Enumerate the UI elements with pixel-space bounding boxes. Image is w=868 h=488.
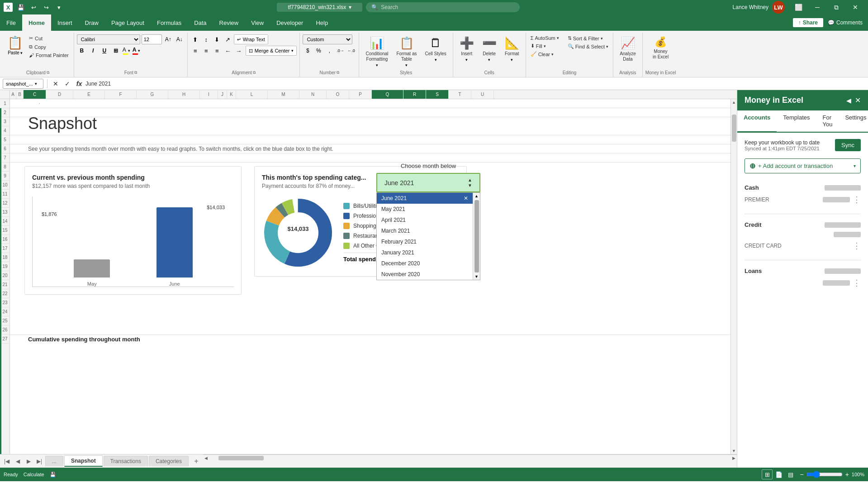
month-option-dec-2020[interactable]: December 2020 xyxy=(377,258,473,269)
dropdown-scroll-down[interactable]: ▼ xyxy=(474,273,479,280)
comments-button[interactable]: 💬 Comments xyxy=(828,19,863,26)
credit-card-more-button[interactable]: ⋮ xyxy=(853,241,861,251)
col-header-j[interactable]: J xyxy=(218,90,227,99)
sheet-tab-transactions[interactable]: Transactions xyxy=(104,456,148,466)
month-option-jan-2021[interactable]: January 2021 xyxy=(377,247,473,258)
zoom-in-button[interactable]: + xyxy=(845,471,849,478)
col-header-l[interactable]: L xyxy=(236,90,268,99)
borders-button[interactable]: ⊞ xyxy=(111,46,121,56)
bottom-align-button[interactable]: ⬇ xyxy=(212,34,222,44)
font-expand-icon[interactable]: ⧉ xyxy=(134,70,137,75)
page-break-view-button[interactable]: ▤ xyxy=(785,469,796,479)
search-bar[interactable]: 🔍 Search xyxy=(366,2,520,12)
comma-button[interactable]: , xyxy=(324,46,334,56)
col-header-a[interactable]: A xyxy=(10,90,16,99)
sidebar-tab-settings[interactable]: Settings xyxy=(839,110,868,133)
formula-input[interactable] xyxy=(85,81,865,87)
col-header-o[interactable]: O xyxy=(327,90,349,99)
tab-page-layout[interactable]: Page Layout xyxy=(105,14,151,31)
restore-button[interactable]: ⧉ xyxy=(827,0,845,14)
decrease-decimal-button[interactable]: ←.0 xyxy=(346,46,356,56)
month-option-nov-2020[interactable]: November 2020 xyxy=(377,269,473,280)
col-header-u[interactable]: U xyxy=(471,90,494,99)
close-button[interactable]: ✕ xyxy=(846,0,864,14)
sheet-nav-last[interactable]: ▶| xyxy=(34,456,44,466)
scroll-down-button[interactable]: ▼ xyxy=(731,448,737,454)
insert-button[interactable]: ➕ Insert ▾ xyxy=(456,34,478,64)
h-scroll-thumb[interactable] xyxy=(218,456,264,460)
zoom-slider[interactable] xyxy=(806,471,843,478)
cut-button[interactable]: ✂ Cut xyxy=(27,34,71,42)
tab-help[interactable]: Help xyxy=(309,14,334,31)
ribbon-display-button[interactable]: ⬜ xyxy=(789,0,807,14)
cell-styles-button[interactable]: 🗒 Cell Styles ▾ xyxy=(421,34,450,64)
col-header-b[interactable]: B xyxy=(16,90,24,99)
col-header-m[interactable]: M xyxy=(268,90,299,99)
scroll-thumb[interactable] xyxy=(732,115,736,142)
decrease-indent-button[interactable]: ← xyxy=(223,46,233,56)
copy-button[interactable]: ⧉ Copy xyxy=(27,43,71,51)
name-box[interactable]: snapshot_... ▾ xyxy=(3,79,43,89)
sheet-nav-prev[interactable]: ◀ xyxy=(13,456,23,466)
sheet-tab-ellipsis[interactable]: ... xyxy=(45,456,63,466)
dropdown-scroll-up[interactable]: ▲ xyxy=(474,193,479,199)
h-scroll-left[interactable]: ◀ xyxy=(203,455,209,461)
month-option-may-2021[interactable]: May 2021 xyxy=(377,204,473,215)
h-scroll-right[interactable]: ▶ xyxy=(730,455,737,461)
tab-review[interactable]: Review xyxy=(213,14,245,31)
align-right-button[interactable]: ≡ xyxy=(212,46,222,56)
month-option-april-2021[interactable]: April 2021 xyxy=(377,215,473,225)
money-in-excel-button[interactable]: 💰 Moneyin Excel xyxy=(649,34,672,62)
add-sheet-button[interactable]: + xyxy=(191,456,201,466)
middle-align-button[interactable]: ↕ xyxy=(201,34,211,44)
premier-more-button[interactable]: ⋮ xyxy=(853,195,861,205)
autosum-button[interactable]: Σ AutoSum ▾ xyxy=(529,34,565,42)
confirm-icon[interactable]: ✓ xyxy=(63,80,72,87)
col-header-r[interactable]: R xyxy=(403,90,426,99)
wrap-text-button[interactable]: ↵ Wrap Text xyxy=(234,34,268,44)
save-button[interactable]: 💾 xyxy=(15,2,26,13)
sidebar-close-button[interactable]: ✕ xyxy=(855,96,861,105)
month-option-feb-2021[interactable]: February 2021 xyxy=(377,236,473,247)
alignment-expand-icon[interactable]: ⧉ xyxy=(253,70,256,75)
orientation-button[interactable]: ↗ xyxy=(223,34,233,44)
sheet-tab-snapshot[interactable]: Snapshot xyxy=(64,455,103,467)
increase-font-button[interactable]: A↑ xyxy=(163,34,173,44)
share-button[interactable]: ↑ Share xyxy=(793,18,823,27)
tab-data[interactable]: Data xyxy=(188,14,213,31)
loans-more-button[interactable]: ⋮ xyxy=(853,278,861,288)
paste-button[interactable]: 📋 Paste ▾ xyxy=(5,34,26,56)
col-header-g[interactable]: G xyxy=(137,90,168,99)
page-layout-view-button[interactable]: 📄 xyxy=(773,469,784,479)
col-header-h[interactable]: H xyxy=(168,90,200,99)
number-format-select[interactable]: Custom xyxy=(303,34,352,44)
format-button[interactable]: 📐 Format ▾ xyxy=(501,34,523,64)
undo-button[interactable]: ↩ xyxy=(28,2,39,13)
tab-draw[interactable]: Draw xyxy=(79,14,105,31)
col-header-s[interactable]: S xyxy=(426,90,449,99)
sync-button[interactable]: Sync xyxy=(835,139,861,151)
increase-indent-button[interactable]: → xyxy=(234,46,244,56)
sheet-nav-first[interactable]: |◀ xyxy=(2,456,12,466)
percent-button[interactable]: % xyxy=(313,46,323,56)
col-header-k[interactable]: K xyxy=(227,90,236,99)
col-header-p[interactable]: P xyxy=(349,90,372,99)
decrease-font-button[interactable]: A↓ xyxy=(175,34,185,44)
align-left-button[interactable]: ≡ xyxy=(190,46,200,56)
scroll-down-arrow[interactable]: ▼ xyxy=(468,183,472,188)
tab-home[interactable]: Home xyxy=(22,14,51,31)
sidebar-tab-for-you[interactable]: For You xyxy=(816,110,839,133)
col-header-t[interactable]: T xyxy=(449,90,471,99)
normal-view-button[interactable]: ⊞ xyxy=(762,469,773,479)
col-header-c[interactable]: C xyxy=(24,90,46,99)
font-color-button[interactable]: A ▾ xyxy=(132,46,141,56)
tab-developer[interactable]: Developer xyxy=(270,14,309,31)
cancel-icon[interactable]: ✕ xyxy=(51,80,60,87)
bold-button[interactable]: B xyxy=(77,46,87,56)
sheet-tab-categories[interactable]: Categories xyxy=(149,456,189,466)
redo-button[interactable]: ↪ xyxy=(41,2,52,13)
col-header-q[interactable]: Q xyxy=(372,90,403,99)
fill-color-button[interactable]: A ▾ xyxy=(122,46,131,56)
merge-center-button[interactable]: ⊡ Merge & Center ▾ xyxy=(246,46,297,56)
tab-file[interactable]: File xyxy=(0,14,22,31)
